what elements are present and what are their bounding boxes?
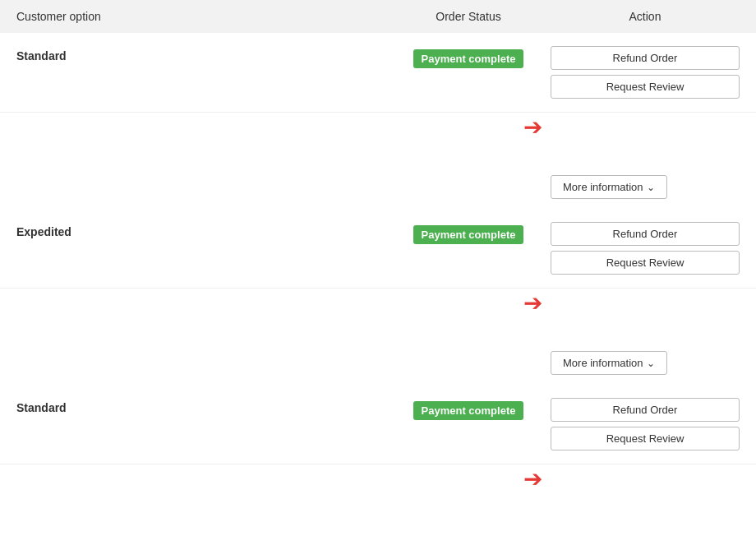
right-arrow-icon: ➔ xyxy=(523,468,542,491)
refund-order-button[interactable]: Refund Order xyxy=(551,398,740,422)
refund-order-button[interactable]: Refund Order xyxy=(551,46,740,70)
action-col: Refund Order Request Review xyxy=(551,222,740,275)
col-header-order-status: Order Status xyxy=(386,10,551,23)
more-information-label-2: More information xyxy=(563,357,643,369)
col-header-customer-option: Customer option xyxy=(16,10,386,23)
right-arrow-icon: ➔ xyxy=(523,116,542,139)
refund-order-button[interactable]: Refund Order xyxy=(551,222,740,246)
request-review-button[interactable]: Request Review xyxy=(551,427,740,450)
arrow-col-1: ➔ xyxy=(386,114,551,139)
more-info-row-2: More information ⌄ xyxy=(0,348,756,385)
action-col: Refund Order Request Review xyxy=(551,46,740,99)
status-badge: Payment complete xyxy=(413,225,524,244)
more-info-row-1: More information ⌄ xyxy=(0,172,756,209)
arrow-row-2: ➔ xyxy=(0,289,756,323)
request-review-button[interactable]: Request Review xyxy=(551,75,740,99)
customer-option-label: Standard xyxy=(16,398,386,414)
arrow-row-3: ➔ xyxy=(0,464,756,499)
chevron-down-icon-1: ⌄ xyxy=(647,182,655,193)
status-badge: Payment complete xyxy=(413,49,524,68)
arrow-row-1: ➔ xyxy=(0,113,756,147)
spacer-2 xyxy=(0,323,756,348)
right-arrow-icon: ➔ xyxy=(523,292,542,315)
status-badge: Payment complete xyxy=(413,401,524,420)
action-col: Refund Order Request Review xyxy=(551,398,740,450)
table-row: Standard Payment complete Refund Order R… xyxy=(0,385,756,464)
table-row: Expedited Payment complete Refund Order … xyxy=(0,209,756,289)
arrow-col-2: ➔ xyxy=(386,290,551,315)
spacer-1 xyxy=(0,147,756,172)
more-information-button-2[interactable]: More information ⌄ xyxy=(551,351,667,375)
chevron-down-icon-2: ⌄ xyxy=(647,358,655,369)
table-header: Customer option Order Status Action xyxy=(0,0,756,33)
more-information-label-1: More information xyxy=(563,181,643,193)
order-status-col: Payment complete xyxy=(386,46,551,68)
orders-table: Customer option Order Status Action Stan… xyxy=(0,0,756,524)
customer-option-label: Standard xyxy=(16,46,386,62)
order-status-col: Payment complete xyxy=(386,398,551,420)
request-review-button[interactable]: Request Review xyxy=(551,251,740,275)
table-row: Standard Payment complete Refund Order R… xyxy=(0,33,756,113)
col-header-action: Action xyxy=(551,10,740,23)
arrow-col-3: ➔ xyxy=(386,466,551,491)
spacer-3 xyxy=(0,499,756,524)
more-information-button-1[interactable]: More information ⌄ xyxy=(551,175,667,199)
customer-option-label: Expedited xyxy=(16,222,386,238)
order-status-col: Payment complete xyxy=(386,222,551,244)
